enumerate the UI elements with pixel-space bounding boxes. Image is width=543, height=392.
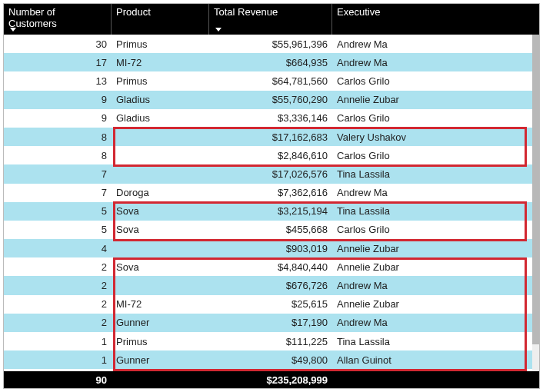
cell-product: Primus — [112, 38, 209, 50]
cell-product: Gladius — [112, 94, 209, 105]
cell-executive: Tina Lassila — [332, 168, 539, 180]
cell-executive: Carlos Grilo — [332, 112, 539, 124]
cell-product: Sova — [112, 224, 209, 235]
table-row[interactable]: 1Primus$111,225Tina Lassila — [4, 332, 539, 350]
cell-executive: Allan Guinot — [332, 354, 539, 366]
cell-number-of-customers: 9 — [4, 94, 112, 105]
header-label: Total Revenue — [214, 6, 278, 18]
cell-executive: Annelie Zubar — [332, 298, 539, 310]
table-row[interactable]: 4$903,019Annelie Zubar — [4, 239, 539, 257]
header-label: Number of Customers — [8, 6, 57, 29]
cell-total-revenue: $664,935 — [209, 57, 332, 68]
scrollbar-thumb[interactable] — [532, 35, 539, 344]
cell-executive: Andrew Ma — [332, 187, 539, 198]
cell-executive: Carlos Grilo — [332, 75, 539, 87]
table-footer: 90 $235,208,999 — [4, 371, 539, 388]
cell-product: MI-72 — [112, 298, 209, 310]
cell-total-revenue: $676,726 — [209, 280, 332, 291]
cell-total-revenue: $55,760,290 — [209, 94, 332, 105]
cell-product: Gunner — [112, 354, 209, 366]
cell-total-revenue: $17,026,576 — [209, 168, 332, 180]
cell-total-revenue: $49,800 — [209, 354, 332, 366]
cell-number-of-customers: 7 — [4, 187, 112, 198]
cell-executive: Carlos Grilo — [332, 224, 539, 235]
table-row[interactable]: 2Sova$4,840,440Annelie Zubar — [4, 257, 539, 276]
sort-desc-icon — [10, 28, 16, 32]
cell-number-of-customers: 2 — [4, 280, 112, 291]
table-row[interactable]: 30Primus$55,961,396Andrew Ma — [4, 35, 539, 53]
cell-total-revenue: $25,615 — [209, 298, 332, 310]
table-row[interactable]: 5Sova$455,668Carlos Grilo — [4, 221, 539, 239]
cell-number-of-customers: 2 — [4, 317, 112, 328]
cell-number-of-customers: 17 — [4, 57, 112, 68]
cell-executive: Carlos Grilo — [332, 150, 539, 161]
table-row[interactable]: 9Gladius$3,336,146Carlos Grilo — [4, 109, 539, 128]
table-row[interactable]: 8$17,162,683Valery Ushakov — [4, 128, 539, 146]
table-row[interactable]: 2MI-72$25,615Annelie Zubar — [4, 295, 539, 314]
table-frame: Number of Customers Product Total Revenu… — [3, 3, 540, 389]
cell-product: Gladius — [112, 112, 209, 124]
cell-total-revenue: $3,336,146 — [209, 112, 332, 124]
cell-executive: Andrew Ma — [332, 38, 539, 50]
table-row[interactable]: 5Sova$3,215,194Tina Lassila — [4, 202, 539, 221]
cell-product: Primus — [112, 336, 209, 347]
cell-total-revenue: $111,225 — [209, 336, 332, 347]
header-total-revenue[interactable]: Total Revenue — [209, 4, 332, 35]
cell-executive: Tina Lassila — [332, 336, 539, 347]
cell-executive: Annelie Zubar — [332, 243, 539, 254]
table-row[interactable]: 7Doroga$7,362,616Andrew Ma — [4, 184, 539, 202]
cell-number-of-customers: 2 — [4, 298, 112, 310]
header-label: Executive — [337, 6, 380, 18]
cell-total-revenue: $3,215,194 — [209, 205, 332, 217]
cell-total-revenue: $2,846,610 — [209, 150, 332, 161]
table-row[interactable]: 13Primus$64,781,560Carlos Grilo — [4, 71, 539, 90]
cell-executive: Valery Ushakov — [332, 131, 539, 143]
cell-number-of-customers: 4 — [4, 243, 112, 254]
cell-product: Sova — [112, 205, 209, 217]
cell-executive: Andrew Ma — [332, 317, 539, 328]
cell-executive: Annelie Zubar — [332, 261, 539, 273]
cell-number-of-customers: 5 — [4, 224, 112, 235]
vertical-scrollbar[interactable] — [532, 35, 539, 371]
table-row[interactable]: 8$2,846,610Carlos Grilo — [4, 146, 539, 164]
table-row[interactable]: 17MI-72$664,935Andrew Ma — [4, 53, 539, 71]
cell-product: Gunner — [112, 317, 209, 328]
table-row[interactable]: 2Gunner$17,190Andrew Ma — [4, 314, 539, 332]
cell-number-of-customers: 1 — [4, 336, 112, 347]
cell-number-of-customers: 9 — [4, 112, 112, 124]
footer-n-total: 90 — [4, 374, 112, 386]
cell-total-revenue: $903,019 — [209, 243, 332, 254]
cell-product: Sova — [112, 261, 209, 273]
header-label: Product — [116, 6, 151, 18]
table-row[interactable]: 7$17,026,576Tina Lassila — [4, 164, 539, 183]
cell-total-revenue: $55,961,396 — [209, 38, 332, 50]
cell-number-of-customers: 13 — [4, 75, 112, 87]
cell-total-revenue: $455,668 — [209, 224, 332, 235]
table-row[interactable]: 2$676,726Andrew Ma — [4, 276, 539, 294]
header-product[interactable]: Product — [112, 4, 209, 35]
cell-total-revenue: $17,190 — [209, 317, 332, 328]
cell-total-revenue: $7,362,616 — [209, 187, 332, 198]
cell-number-of-customers: 8 — [4, 131, 112, 143]
table-row[interactable]: 1Gunner$49,800Allan Guinot — [4, 350, 539, 369]
cell-number-of-customers: 5 — [4, 205, 112, 217]
cell-product: Doroga — [112, 187, 209, 198]
cell-number-of-customers: 8 — [4, 150, 112, 161]
cell-number-of-customers: 7 — [4, 168, 112, 180]
cell-number-of-customers: 30 — [4, 38, 112, 50]
sort-desc-icon — [215, 28, 222, 32]
cell-executive: Annelie Zubar — [332, 94, 539, 105]
cell-executive: Andrew Ma — [332, 280, 539, 291]
footer-revenue-total: $235,208,999 — [209, 374, 332, 386]
cell-product: Primus — [112, 75, 209, 87]
cell-executive: Tina Lassila — [332, 205, 539, 217]
header-number-of-customers[interactable]: Number of Customers — [4, 4, 112, 35]
cell-executive: Andrew Ma — [332, 57, 539, 68]
table-body: 30Primus$55,961,396Andrew Ma17MI-72$664,… — [4, 35, 539, 371]
cell-product: MI-72 — [112, 57, 209, 68]
header-executive[interactable]: Executive — [332, 4, 539, 35]
cell-total-revenue: $17,162,683 — [209, 131, 332, 143]
table-row[interactable]: 9Gladius$55,760,290Annelie Zubar — [4, 91, 539, 109]
cell-total-revenue: $64,781,560 — [209, 75, 332, 87]
cell-total-revenue: $4,840,440 — [209, 261, 332, 273]
